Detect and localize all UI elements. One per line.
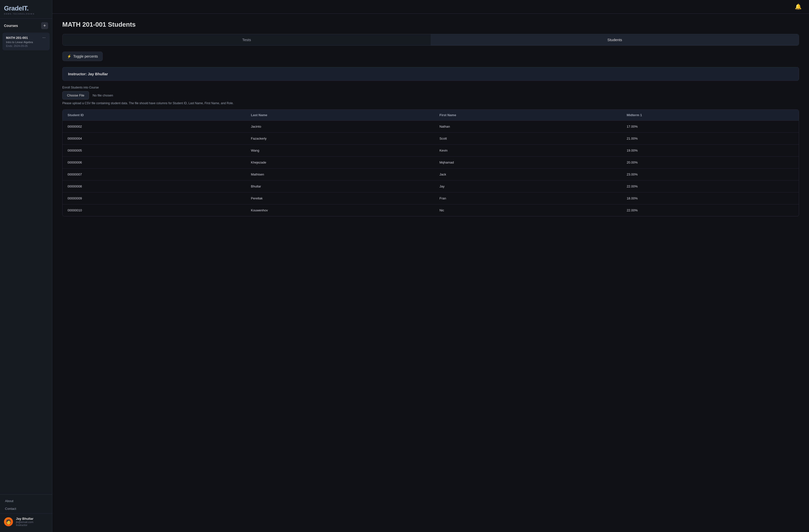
col-first-name: First Name [434,110,622,121]
cell-last-name: Bhullar [246,181,434,192]
tabs: Tests Students [62,34,799,46]
cell-student-id: 00000002 [63,121,246,133]
col-midterm1: Midterm 1 [622,110,799,121]
sidebar-bottom: About Contact 🧑 Jay Bhullar jb@email.com… [0,494,52,532]
course-more-button[interactable]: ··· [42,36,46,40]
cell-student-id: 00000008 [63,181,246,192]
table-row: 00000007 Mathisen Jack 23.00% [63,169,799,181]
cell-last-name: Khejezade [246,157,434,169]
cell-last-name: Jacinto [246,121,434,133]
no-file-text: No file chosen [92,93,113,97]
enroll-section: Enroll Students into Course Choose File … [62,86,799,105]
bell-icon[interactable]: 🔔 [795,3,802,10]
students-table-element: Student ID Last Name First Name Midterm … [63,110,799,216]
cell-first-name: Mqhamad [434,157,622,169]
cell-student-id: 00000009 [63,192,246,204]
cell-first-name: Nic [434,204,622,217]
table-row: 00000009 Perellak Fran 18.00% [63,192,799,204]
sidebar-link-contact[interactable]: Contact [0,505,52,513]
user-info: Jay Bhullar jb@email.com Instructor [16,517,33,527]
user-name: Jay Bhullar [16,517,33,520]
enroll-section-label: Enroll Students into Course [62,86,799,89]
table-row: 00000004 Fazackerly Scott 21.00% [63,133,799,144]
choose-file-button[interactable]: Choose File [62,91,89,100]
cell-student-id: 00000010 [63,204,246,217]
cell-first-name: Scott [434,133,622,144]
logo-text: GradeIT. [4,4,48,12]
sidebar-link-about[interactable]: About [0,497,52,505]
toggle-percents-button[interactable]: ⚡ Toggle percents [62,52,103,61]
course-name: MATH 201-001 [6,36,28,40]
course-ends: Ends: 2024-09-05 [6,45,46,47]
table-row: 00000006 Khejezade Mqhamad 20.00% [63,157,799,169]
table-row: 00000008 Bhullar Jay 22.00% [63,181,799,192]
table-row: 00000002 Jacinto Nathan 17.00% [63,121,799,133]
header-bar: 🔔 [52,0,809,14]
cell-midterm1: 17.00% [622,121,799,133]
toggle-percents-label: Toggle percents [73,54,98,58]
col-student-id: Student ID [63,110,246,121]
cell-first-name: Nathan [434,121,622,133]
table-row: 00000010 Kouwenhov Nic 22.00% [63,204,799,217]
cell-last-name: Mathisen [246,169,434,181]
course-item-header: MATH 201-001 ··· [6,36,46,40]
cell-student-id: 00000006 [63,157,246,169]
tab-tests[interactable]: Tests [63,34,431,45]
user-profile: 🧑 Jay Bhullar jb@email.com Instructor [0,514,52,530]
cell-midterm1: 22.00% [622,181,799,192]
add-course-button[interactable]: + [41,22,48,29]
cell-first-name: Jack [434,169,622,181]
students-table: Student ID Last Name First Name Midterm … [62,109,799,217]
instructor-box: Instructor: Jay Bhullar [62,67,799,81]
cell-first-name: Fran [434,192,622,204]
course-item-math201[interactable]: MATH 201-001 ··· Intro to Linear Algebra… [2,33,50,50]
cell-student-id: 00000007 [63,169,246,181]
user-email: jb@email.com [16,520,33,524]
cell-last-name: Fazackerly [246,133,434,144]
sidebar: GradeIT. DAMS TECHNOLOGIES Courses + MAT… [0,0,52,532]
col-last-name: Last Name [246,110,434,121]
cell-last-name: Wang [246,144,434,157]
table-header: Student ID Last Name First Name Midterm … [63,110,799,121]
cell-midterm1: 22.00% [622,204,799,217]
cell-last-name: Perellak [246,192,434,204]
cell-midterm1: 23.00% [622,169,799,181]
cell-midterm1: 21.00% [622,133,799,144]
logo-area: GradeIT. DAMS TECHNOLOGIES [0,0,52,19]
instructor-label: Instructor: Jay Bhullar [68,72,793,76]
enroll-hint: Please upload a CSV file containing stud… [62,101,799,105]
file-input-row: Choose File No file chosen [62,91,799,100]
cell-midterm1: 19.00% [622,144,799,157]
courses-header: Courses + [0,19,52,32]
table-row: 00000005 Wang Kevin 19.00% [63,144,799,157]
courses-label: Courses [4,24,18,28]
tab-students[interactable]: Students [431,34,799,45]
avatar: 🧑 [4,517,13,526]
table-body: 00000002 Jacinto Nathan 17.00% 00000004 … [63,121,799,217]
cell-midterm1: 18.00% [622,192,799,204]
logo-subtitle: DAMS TECHNOLOGIES [4,13,48,15]
page-title: MATH 201-001 Students [62,21,799,29]
cell-student-id: 00000005 [63,144,246,157]
cell-first-name: Kevin [434,144,622,157]
user-role: Instructor [16,524,33,527]
avatar-emoji: 🧑 [6,519,11,525]
cell-last-name: Kouwenhov [246,204,434,217]
content-area: MATH 201-001 Students Tests Students ⚡ T… [52,14,809,223]
toggle-percents-icon: ⚡ [67,54,71,58]
course-subtitle: Intro to Linear Algebra [6,41,46,44]
cell-student-id: 00000004 [63,133,246,144]
main-content: 🔔 MATH 201-001 Students Tests Students ⚡… [52,0,809,532]
cell-midterm1: 20.00% [622,157,799,169]
cell-first-name: Jay [434,181,622,192]
